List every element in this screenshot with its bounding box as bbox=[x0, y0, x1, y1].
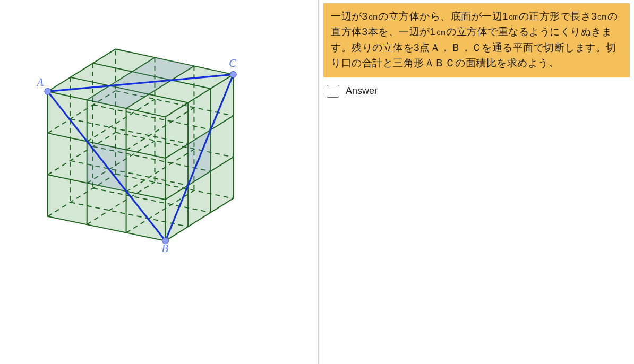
point-a[interactable] bbox=[45, 88, 51, 94]
answer-checkbox[interactable] bbox=[327, 85, 339, 98]
cube-diagram: .face { fill: #3a8f3a; fill-opacity: 0.2… bbox=[0, 0, 318, 364]
problem-text-box: 一辺が3㎝の立方体から、底面が一辺1㎝の正方形で長さ3㎝の直方体3本を、一辺が1… bbox=[323, 3, 630, 77]
problem-text: 一辺が3㎝の立方体から、底面が一辺1㎝の正方形で長さ3㎝の直方体3本を、一辺が1… bbox=[331, 11, 618, 68]
label-a: A bbox=[36, 76, 44, 88]
answer-label: Answer bbox=[346, 85, 378, 97]
side-panel: 一辺が3㎝の立方体から、底面が一辺1㎝の正方形で長さ3㎝の直方体3本を、一辺が1… bbox=[319, 0, 634, 364]
label-c: C bbox=[229, 57, 236, 69]
label-b: B bbox=[161, 242, 168, 254]
answer-control: Answer bbox=[323, 85, 630, 98]
app-container: .face { fill: #3a8f3a; fill-opacity: 0.2… bbox=[0, 0, 634, 364]
graphics-3d-panel[interactable]: .face { fill: #3a8f3a; fill-opacity: 0.2… bbox=[0, 0, 319, 364]
point-c[interactable] bbox=[230, 71, 236, 77]
